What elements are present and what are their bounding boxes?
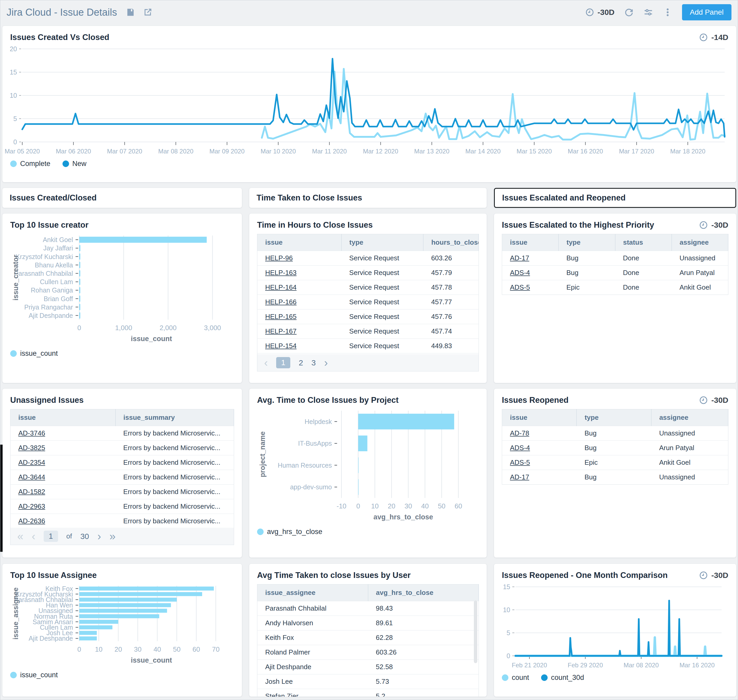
issue-link[interactable]: HELP-166 — [265, 298, 296, 306]
created-vs-closed-chart-area[interactable]: 05101520Mar 05 2020Mar 06 2020Mar 07 202… — [5, 44, 736, 158]
issue-link[interactable]: HELP-164 — [265, 283, 296, 291]
issue-link[interactable]: HELP-167 — [265, 327, 296, 335]
issue-link[interactable]: AD-17 — [510, 473, 529, 481]
section-issues-created-closed[interactable]: Issues Created/Closed — [2, 188, 242, 208]
project-chart[interactable]: -100102030405060HelpdeskIT-BusAppsHuman … — [257, 407, 479, 525]
issue-cell[interactable]: AD-2354 — [10, 455, 116, 470]
issue-cell[interactable]: AD-3825 — [10, 441, 116, 455]
issue-link[interactable]: ADS-5 — [510, 459, 530, 466]
column-header-type[interactable]: type — [577, 409, 651, 426]
page-button[interactable]: 2 — [299, 358, 303, 367]
column-header-avg_hrs_to_close[interactable]: avg_hrs_to_close — [368, 584, 479, 601]
kebab-menu-icon[interactable] — [663, 7, 673, 17]
issue-link[interactable]: AD-17 — [510, 254, 529, 262]
page-button-current[interactable]: 1 — [276, 357, 290, 368]
issue-cell[interactable]: HELP-163 — [257, 266, 342, 280]
add-panel-button[interactable]: Add Panel — [682, 4, 731, 21]
column-header-issue_assignee[interactable]: issue_assignee — [257, 584, 368, 601]
legend-item[interactable]: issue_count — [10, 671, 58, 679]
avg-time-project-chart-area[interactable]: -100102030405060HelpdeskIT-BusAppsHuman … — [257, 407, 487, 526]
panel-drag-indicator[interactable] — [0, 445, 3, 552]
legend-item[interactable]: count_30d — [541, 674, 584, 682]
page-button[interactable]: 3 — [311, 358, 316, 367]
issue-cell[interactable]: AD-17 — [502, 470, 577, 485]
issue-assignee-chart-area[interactable]: 010203040506070Keith FoxKrzysztof Kuchar… — [10, 582, 242, 669]
legend-item[interactable]: issue_count — [10, 350, 58, 357]
issue-link[interactable]: AD-3825 — [18, 444, 45, 452]
table-scrollbar[interactable] — [474, 600, 477, 663]
column-header-issue[interactable]: issue — [10, 409, 116, 426]
issue-cell[interactable]: HELP-154 — [257, 339, 342, 353]
column-header-issue[interactable]: issue — [257, 234, 342, 251]
issue-link[interactable]: ADS-4 — [510, 269, 530, 276]
prev-page-icon[interactable]: ‹ — [264, 357, 268, 368]
issue-cell[interactable]: AD-2963 — [10, 499, 116, 514]
cvs-chart[interactable]: 05101520Mar 05 2020Mar 06 2020Mar 07 202… — [5, 44, 732, 157]
issue-link[interactable]: AD-78 — [510, 429, 529, 437]
column-header-issue[interactable]: issue — [502, 409, 577, 426]
last-page-icon[interactable]: » — [110, 531, 116, 542]
dashboard-time-range[interactable]: -30D — [585, 7, 614, 17]
cell: 5.2 — [368, 689, 479, 697]
issue-link[interactable]: HELP-163 — [265, 269, 296, 276]
section-escalated-reopened[interactable]: Issues Escalated and Reopened — [494, 188, 736, 208]
issue-cell[interactable]: AD-78 — [502, 426, 577, 441]
issue-cell[interactable]: HELP-166 — [257, 295, 342, 309]
legend-item[interactable]: avg_hrs_to_close — [257, 528, 323, 536]
legend-item[interactable]: count — [502, 674, 529, 682]
issue-cell[interactable]: ADS-4 — [502, 441, 577, 455]
panel-time-range[interactable]: -30D — [699, 221, 728, 230]
column-header-assignee[interactable]: assignee — [651, 409, 728, 426]
issue-cell[interactable]: AD-1582 — [10, 485, 116, 499]
issue-cell[interactable]: HELP-167 — [257, 324, 342, 339]
issue-cell[interactable]: AD-2636 — [10, 514, 116, 528]
legend-item[interactable]: New — [62, 160, 87, 168]
legend-item[interactable]: Complete — [10, 160, 50, 168]
column-header-issue[interactable]: issue — [502, 234, 558, 251]
issue-link[interactable]: AD-2354 — [18, 459, 45, 466]
issue-link[interactable]: AD-1582 — [18, 488, 45, 496]
issue-link[interactable]: AD-2636 — [18, 517, 45, 525]
issue-cell[interactable]: ADS-5 — [502, 280, 558, 295]
issue-cell[interactable]: HELP-165 — [257, 309, 342, 324]
page-input[interactable]: 1 — [44, 531, 58, 542]
save-icon[interactable] — [126, 7, 135, 17]
column-header-assignee[interactable]: assignee — [672, 234, 728, 251]
column-header-type[interactable]: type — [341, 234, 423, 251]
prev-page-icon[interactable]: ‹ — [32, 531, 35, 542]
issue-cell[interactable]: ADS-4 — [502, 266, 558, 280]
next-page-icon[interactable]: › — [97, 531, 101, 542]
column-header-issue_summary[interactable]: issue_summary — [115, 409, 234, 426]
issue-cell[interactable]: AD-3746 — [10, 426, 116, 441]
section-time-taken[interactable]: Time Taken to Close Issues — [249, 188, 487, 208]
column-header-type[interactable]: type — [558, 234, 615, 251]
issue-link[interactable]: AD-3746 — [18, 429, 45, 437]
issue-cell[interactable]: HELP-164 — [257, 280, 342, 295]
issue-link[interactable]: HELP-165 — [265, 313, 296, 321]
issue-cell[interactable]: ADS-5 — [502, 455, 577, 470]
monthcmp-chart[interactable]: 051015Feb 21 2020Feb 29 2020Mar 08 2020M… — [499, 582, 729, 671]
filters-icon[interactable] — [643, 7, 653, 17]
panel-time-range[interactable]: -30D — [699, 396, 728, 405]
issue-link[interactable]: ADS-4 — [510, 444, 530, 452]
panel-time-range[interactable]: -30D — [699, 571, 728, 580]
issue-creator-chart-area[interactable]: 01,0002,0003,000Ankit GoelJay JaffariKrz… — [10, 232, 242, 348]
issue-cell[interactable]: AD-3644 — [10, 470, 116, 485]
refresh-icon[interactable] — [624, 7, 634, 17]
panel-time-range[interactable]: -14D — [699, 33, 728, 42]
next-page-icon[interactable]: › — [324, 357, 328, 368]
issue-cell[interactable]: HELP-96 — [257, 251, 342, 266]
month-comparison-chart-area[interactable]: 051015Feb 21 2020Feb 29 2020Mar 08 2020M… — [499, 582, 736, 672]
issue-link[interactable]: HELP-96 — [265, 254, 293, 262]
issue-link[interactable]: HELP-154 — [265, 342, 296, 350]
export-icon[interactable] — [143, 7, 152, 17]
issue-link[interactable]: AD-3644 — [18, 473, 45, 481]
issue-link[interactable]: ADS-5 — [510, 283, 530, 291]
column-header-hours_to_close[interactable]: hours_to_close — [423, 234, 479, 251]
column-header-status[interactable]: status — [615, 234, 672, 251]
creator-chart[interactable]: 01,0002,0003,000Ankit GoelJay JaffariKrz… — [10, 232, 234, 347]
assignee-chart[interactable]: 010203040506070Keith FoxKrzysztof Kuchar… — [10, 582, 234, 668]
issue-cell[interactable]: AD-17 — [502, 251, 558, 266]
first-page-icon[interactable]: « — [17, 531, 23, 542]
issue-link[interactable]: AD-2963 — [18, 502, 45, 510]
